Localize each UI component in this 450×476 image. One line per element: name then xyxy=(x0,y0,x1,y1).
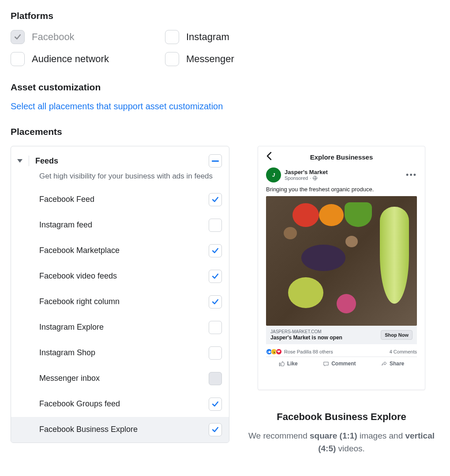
placement-messenger-inbox[interactable]: Messenger inbox xyxy=(11,366,229,391)
preview-separator xyxy=(251,392,432,392)
placement-instagram-shop[interactable]: Instagram Shop xyxy=(11,340,229,366)
preview-phone-title: Explore Businesses xyxy=(310,153,373,161)
placement-facebook-groups-feed[interactable]: Facebook Groups feed xyxy=(11,391,229,417)
placement-checkbox[interactable] xyxy=(209,193,222,206)
placement-label: Messenger inbox xyxy=(39,374,100,383)
check-icon xyxy=(211,298,220,306)
placements-panel: Feeds Get high visibility for your busin… xyxy=(11,146,229,443)
platform-messenger-checkbox[interactable] xyxy=(165,52,179,66)
feeds-group-desc: Get high visibility for your business wi… xyxy=(11,171,229,187)
platform-instagram-label: Instagram xyxy=(186,31,229,43)
placement-label: Instagram Explore xyxy=(39,323,104,332)
placement-label: Facebook Marketplace xyxy=(39,246,120,255)
globe-icon xyxy=(313,176,317,180)
platform-facebook-label: Facebook xyxy=(32,31,75,43)
placement-checkbox[interactable] xyxy=(209,244,222,257)
platform-facebook-checkbox xyxy=(11,30,25,44)
placement-label: Instagram feed xyxy=(39,220,92,230)
placement-label: Facebook Feed xyxy=(39,195,94,204)
preview-headline: Jasper's Market is now open xyxy=(270,335,342,341)
placement-facebook-feed[interactable]: Facebook Feed xyxy=(11,187,229,212)
platform-messenger: Messenger xyxy=(165,52,319,66)
divider xyxy=(29,156,29,166)
placement-checkbox[interactable] xyxy=(209,398,222,411)
platform-audience-network: Audience network xyxy=(11,52,165,66)
check-icon xyxy=(211,246,220,255)
preview-domain: JASPERS-MARKET.COM xyxy=(270,329,342,335)
placement-facebook-right-column[interactable]: Facebook right column xyxy=(11,289,229,315)
placement-label: Facebook video feeds xyxy=(39,271,117,281)
placement-checkbox[interactable] xyxy=(209,321,222,334)
platform-audience-network-label: Audience network xyxy=(32,53,109,65)
placement-checkbox[interactable] xyxy=(209,423,222,436)
shop-now-button: Shop Now xyxy=(381,330,412,340)
check-icon xyxy=(211,425,220,434)
preview-sponsored-label: Sponsored xyxy=(285,175,308,181)
placement-facebook-business-explore[interactable]: Facebook Business Explore xyxy=(11,417,229,443)
platform-instagram: Instagram xyxy=(165,30,319,44)
placement-checkbox[interactable] xyxy=(209,219,222,232)
avatar: J xyxy=(266,167,281,182)
placement-instagram-feed[interactable]: Instagram feed xyxy=(11,212,229,238)
reactions-text: Rose Padilla 88 others xyxy=(284,349,333,354)
share-action: Share xyxy=(381,361,404,367)
preview-page-name: Jasper's Market xyxy=(285,169,406,175)
share-icon xyxy=(381,361,387,367)
comment-action: Comment xyxy=(323,361,356,367)
preview-caption-title: Facebook Business Explore xyxy=(244,411,439,423)
placement-checkbox[interactable] xyxy=(209,346,222,360)
placement-facebook-video-feeds[interactable]: Facebook video feeds xyxy=(11,264,229,289)
caret-down-icon xyxy=(17,159,22,163)
check-icon xyxy=(211,195,220,204)
preview-header: Explore Businesses xyxy=(266,149,417,165)
placements-heading: Placements xyxy=(11,126,439,137)
check-icon xyxy=(13,33,22,41)
like-action: Like xyxy=(279,361,298,367)
thumbs-up-icon xyxy=(279,361,285,367)
placement-label: Facebook Groups feed xyxy=(39,399,120,409)
check-icon xyxy=(211,400,220,409)
placement-label: Facebook Business Explore xyxy=(39,425,138,434)
preview-phone: Explore Businesses J Jasper's Market Spo… xyxy=(258,146,425,390)
placement-checkbox xyxy=(209,372,222,385)
placement-checkbox[interactable] xyxy=(209,270,222,283)
check-icon xyxy=(211,272,220,281)
platforms-grid: Facebook Instagram Audience network Mess… xyxy=(11,30,439,66)
platforms-heading: Platforms xyxy=(11,11,439,21)
back-icon xyxy=(266,152,272,163)
preview-caption-body: We recommend square (1:1) images and ver… xyxy=(244,430,439,455)
comment-icon xyxy=(323,361,329,367)
comments-count: 4 Comments xyxy=(390,349,417,354)
preview-image xyxy=(266,196,417,326)
select-all-placements-link[interactable]: Select all placements that support asset… xyxy=(11,101,439,112)
placement-label: Instagram Shop xyxy=(39,348,95,357)
platform-messenger-label: Messenger xyxy=(186,53,234,65)
love-reaction-icon: ❤ xyxy=(276,349,282,355)
placement-checkbox[interactable] xyxy=(209,295,222,309)
placement-facebook-marketplace[interactable]: Facebook Marketplace xyxy=(11,238,229,264)
placement-label: Facebook right column xyxy=(39,297,120,306)
preview-column: Explore Businesses J Jasper's Market Spo… xyxy=(244,146,439,455)
asset-customization-heading: Asset customization xyxy=(11,82,439,93)
more-icon: ••• xyxy=(406,171,417,180)
feeds-group-checkbox[interactable] xyxy=(209,154,222,167)
platform-audience-network-checkbox[interactable] xyxy=(11,52,25,66)
feeds-group-header[interactable]: Feeds xyxy=(11,146,229,171)
platform-instagram-checkbox[interactable] xyxy=(165,30,179,44)
preview-post-text: Bringing you the freshest organic produc… xyxy=(266,186,417,193)
platform-facebook: Facebook xyxy=(11,30,165,44)
placement-instagram-explore[interactable]: Instagram Explore xyxy=(11,315,229,340)
feeds-group-title: Feeds xyxy=(35,156,209,166)
